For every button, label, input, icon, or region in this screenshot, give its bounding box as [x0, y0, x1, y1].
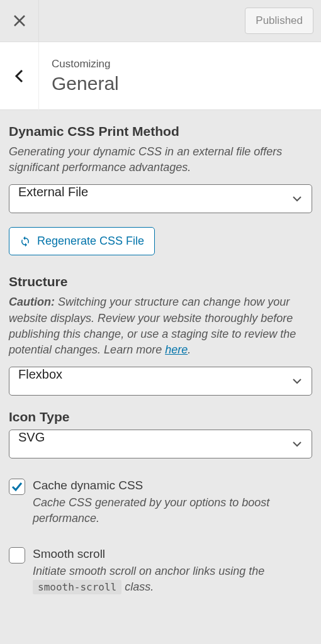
caution-label: Caution: — [9, 296, 55, 308]
structure-learn-more-link[interactable]: here — [165, 343, 188, 356]
smooth-scroll-checkbox[interactable] — [9, 547, 25, 564]
icon-type-select[interactable]: SVG — [9, 430, 312, 458]
header-subtitle: Customizing — [52, 58, 119, 70]
back-button[interactable] — [0, 42, 39, 110]
refresh-icon — [20, 236, 31, 247]
content: Dynamic CSS Print Method Generating your… — [0, 110, 321, 629]
smooth-scroll-row: Smooth scroll Initiate smooth scroll on … — [9, 547, 312, 595]
cache-css-label: Cache dynamic CSS — [33, 479, 312, 492]
close-icon — [13, 14, 26, 28]
smooth-scroll-content: Smooth scroll Initiate smooth scroll on … — [33, 547, 312, 595]
css-method-select[interactable]: External File — [9, 184, 312, 213]
regenerate-css-label: Regenerate CSS File — [37, 235, 144, 248]
structure-after-link: . — [188, 343, 191, 356]
close-button[interactable] — [0, 0, 39, 42]
cache-css-description: Cache CSS generated by your options to b… — [33, 495, 312, 526]
smooth-scroll-desc-after: class. — [121, 580, 154, 593]
page-title: General — [52, 73, 119, 94]
published-button[interactable]: Published — [245, 8, 313, 34]
cache-css-content: Cache dynamic CSS Cache CSS generated by… — [33, 479, 312, 526]
smooth-scroll-description: Initiate smooth scroll on anchor links u… — [33, 564, 312, 595]
chevron-left-icon — [13, 69, 26, 84]
structure-select-wrapper: Flexbox — [9, 367, 312, 396]
smooth-scroll-code: smooth-scroll — [33, 580, 121, 594]
structure-select[interactable]: Flexbox — [9, 367, 312, 396]
css-method-description: Generating your dynamic CSS in an extern… — [9, 144, 312, 175]
header: Customizing General — [0, 42, 321, 110]
icon-type-heading: Icon Type — [9, 409, 312, 425]
topbar: Published — [0, 0, 321, 42]
css-method-heading: Dynamic CSS Print Method — [9, 124, 312, 139]
smooth-scroll-label: Smooth scroll — [33, 547, 312, 561]
regenerate-css-button[interactable]: Regenerate CSS File — [9, 227, 155, 255]
structure-description: Caution: Switching your structure can ch… — [9, 294, 312, 358]
header-text: Customizing General — [39, 58, 119, 94]
smooth-scroll-desc-before: Initiate smooth scroll on anchor links u… — [33, 565, 264, 577]
structure-heading: Structure — [9, 274, 312, 289]
cache-css-row: Cache dynamic CSS Cache CSS generated by… — [9, 479, 312, 526]
cache-css-checkbox[interactable] — [9, 479, 25, 495]
icon-type-select-wrapper: SVG — [9, 430, 312, 458]
css-method-select-wrapper: External File — [9, 184, 312, 213]
check-icon — [11, 480, 23, 493]
